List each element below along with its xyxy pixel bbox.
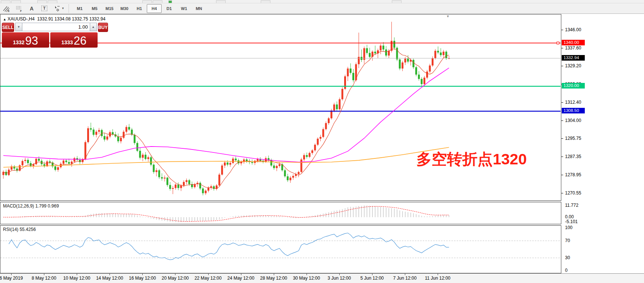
sell-price-display[interactable]: 1332 93 — [2, 32, 49, 48]
price-tick-mark — [561, 120, 563, 121]
tab-timeframe-M1[interactable]: M1 — [72, 4, 87, 13]
volume-increase-button[interactable]: ▲ — [90, 23, 97, 31]
arrow-objects-button[interactable]: ▼ — [51, 4, 67, 13]
equidistant-channel-button[interactable]: E — [0, 4, 12, 13]
buy-price-display[interactable]: 1333 26 — [50, 32, 98, 48]
price-tick-label: 1346.00 — [565, 27, 581, 32]
time-tick-label: 11 Jun 12:00 — [425, 276, 451, 281]
fibonacci-grid-button[interactable]: F — [13, 4, 25, 13]
mt4-terminal: { "toolbar": { "tools": [ {"name": "equi… — [0, 0, 644, 283]
rsi-tick-label: 100 — [565, 225, 572, 230]
time-tick-mark — [208, 274, 209, 275]
macd-pane[interactable]: MACD(12,26,9) 1.799 0.969 — [0, 202, 561, 224]
price-level-badge: 1340.00 — [562, 40, 585, 45]
ohlc-values: 1332.91 1334.08 1332.75 1332.94 — [37, 16, 106, 22]
tab-timeframe-M5[interactable]: M5 — [87, 4, 102, 13]
price-tick-mark — [561, 102, 563, 103]
one-click-trading-panel: SELL ▼ ▲ BUY 1332 93 1333 26 — [2, 23, 98, 48]
time-tick-label: 7 Jun 12:00 — [393, 276, 417, 281]
text-label-icon: A — [30, 6, 34, 12]
tab-timeframe-H4[interactable]: H4 — [147, 4, 162, 13]
clipped-icon — [1, 0, 10, 3]
time-tick-mark — [438, 274, 438, 275]
price-tick-label: 1312.40 — [565, 100, 581, 105]
symbol-name: XAUUSD-,H4 — [7, 16, 35, 22]
clipped-icon — [216, 0, 226, 3]
time-tick-label: 3 Jun 12:00 — [327, 276, 351, 281]
price-tick-mark — [561, 30, 563, 30]
chart-shift-marker-icon: ▼ — [446, 15, 450, 18]
text-box-button[interactable]: T — [38, 4, 50, 13]
time-tick-label: 28 May 12:00 — [260, 276, 287, 281]
time-axis[interactable]: 6 May 20198 May 12:0010 May 12:0014 May … — [0, 273, 644, 283]
price-level-badge: 1332.94 — [562, 55, 585, 61]
price-tick-label: 1304.00 — [565, 118, 581, 123]
time-tick-mark — [110, 274, 110, 275]
time-tick-label: 5 Jun 12:00 — [361, 276, 384, 281]
price-level-badge: 1320.00 — [562, 83, 585, 89]
price-axis[interactable]: 1346.001337.601329.201320.801312.401304.… — [561, 14, 644, 273]
clipped-icon — [48, 0, 57, 3]
time-tick-mark — [274, 274, 274, 275]
toolbar-row-clipped — [0, 0, 644, 3]
time-tick-mark — [307, 274, 307, 275]
tab-timeframe-M15[interactable]: M15 — [102, 4, 117, 13]
price-chart-pane[interactable]: ▼ ▲ XAUUSD-,H4 1332.91 1334.08 1332.75 1… — [0, 14, 561, 201]
macd-chart[interactable] — [0, 202, 561, 224]
tab-timeframe-H1[interactable]: H1 — [132, 4, 147, 13]
symbol-ohlc-readout: ▲ XAUUSD-,H4 1332.91 1334.08 1332.75 133… — [3, 16, 105, 22]
time-tick-label: 24 May 12:00 — [227, 276, 254, 281]
volume-input[interactable] — [22, 23, 90, 31]
tab-timeframe-D1[interactable]: D1 — [162, 4, 177, 13]
chart-text-annotation[interactable]: 多空转折点1320 — [416, 149, 527, 170]
rsi-chart[interactable] — [0, 226, 561, 273]
arrow-objects-icon — [53, 5, 61, 12]
time-tick-mark — [339, 274, 340, 275]
price-tick-mark — [561, 138, 563, 139]
macd-tick-label: 0.00 — [565, 214, 574, 219]
toolbar: E F A T — [0, 0, 644, 14]
rsi-tick-label: 70 — [565, 238, 570, 243]
clipped-icon — [392, 0, 402, 3]
time-tick-mark — [44, 274, 44, 275]
time-tick-label: 20 May 12:00 — [162, 276, 189, 281]
time-tick-mark — [175, 274, 175, 275]
tab-timeframe-MN[interactable]: MN — [191, 4, 206, 13]
time-tick-mark — [372, 274, 372, 275]
time-tick-label: 30 May 12:00 — [293, 276, 320, 281]
macd-label: MACD(12,26,9) 1.799 0.969 — [3, 203, 59, 209]
rsi-pane[interactable]: RSI(14) 55.4256 — [0, 225, 561, 273]
volume-stepper: ▼ ▲ — [15, 23, 97, 31]
macd-tick-label: 11.772 — [565, 203, 578, 208]
macd-tick-label: -5.101 — [565, 219, 578, 224]
price-tick-label: 1337.60 — [565, 45, 581, 51]
time-tick-label: 22 May 12:00 — [194, 276, 222, 281]
price-tick-label: 1329.20 — [565, 63, 581, 68]
text-label-button[interactable]: A — [26, 4, 38, 13]
time-tick-mark — [142, 274, 143, 275]
rsi-tick-label: 0 — [565, 268, 568, 273]
buy-price-pips: 26 — [74, 35, 86, 46]
price-tick-label: 1278.95 — [565, 172, 581, 177]
tab-timeframe-W1[interactable]: W1 — [177, 4, 191, 13]
sell-price-main: 1332 — [13, 39, 25, 45]
clipped-icon — [142, 0, 152, 3]
clipped-icon — [11, 0, 21, 3]
price-tick-mark — [561, 66, 563, 66]
time-tick-mark — [77, 274, 77, 275]
sell-button[interactable]: SELL — [2, 23, 14, 32]
time-tick-mark — [405, 274, 405, 275]
price-level-badge: 1308.50 — [562, 108, 585, 113]
buy-button[interactable]: BUY — [98, 23, 108, 32]
chevron-down-icon: ▼ — [61, 7, 64, 10]
clipped-icon — [153, 0, 162, 3]
svg-text:E: E — [8, 10, 10, 12]
equidistant-channel-icon: E — [3, 5, 10, 12]
volume-decrease-button[interactable]: ▼ — [15, 23, 22, 31]
drawing-toolbar: E F A T — [0, 3, 644, 13]
fibonacci-grid-icon: F — [15, 5, 23, 12]
tab-timeframe-M30[interactable]: M30 — [117, 4, 132, 13]
price-tick-mark — [561, 48, 563, 48]
time-tick-label: 10 May 12:00 — [63, 276, 91, 281]
time-tick-mark — [11, 274, 12, 275]
